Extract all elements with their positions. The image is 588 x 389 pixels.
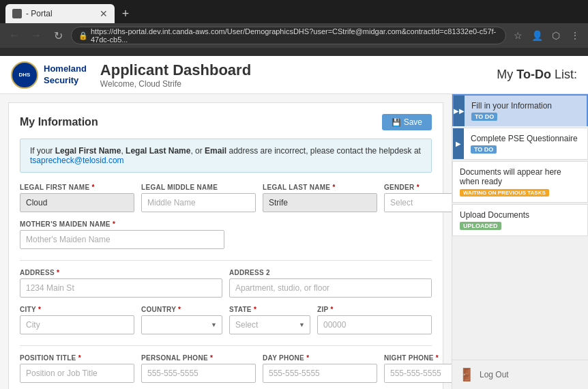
address-input[interactable] [20, 278, 222, 298]
extensions-icon[interactable]: ⬡ [548, 28, 563, 43]
gender-select-wrapper: Select Male Female [384, 193, 452, 212]
night-phone-input[interactable] [384, 364, 452, 383]
logout-button[interactable]: Log Out [480, 370, 509, 379]
dhs-logo: DHS Homeland Security [11, 61, 87, 89]
helpdesk-link[interactable]: tsaprecheck@telosid.com [30, 156, 124, 165]
tab-label: - Portal [26, 9, 53, 18]
todo-item-1-header: ▶ Complete PSE Questionnaire TO DO [453, 128, 587, 159]
address2-input[interactable] [229, 278, 432, 298]
my-information-title: My Information [20, 116, 98, 128]
tab-favicon [12, 9, 22, 18]
form-divider-1 [20, 260, 432, 261]
url-text: https://dhs-portal.dev.int.canda-aws.com… [91, 27, 499, 44]
todo-item-3[interactable]: Upload Documents UPLOADED [452, 204, 588, 236]
form-section-title: My Information 💾 Save [20, 114, 432, 130]
legal-first-name-label: Legal First Name * [20, 184, 134, 191]
todo-item-1-label: Complete PSE Questionnaire [471, 134, 580, 143]
header-title-area: Applicant Dashboard Welcome, Cloud Strif… [100, 61, 251, 89]
todo-item-1-inner: Complete PSE Questionnaire TO DO [464, 128, 587, 159]
active-tab[interactable]: - Portal ✕ [5, 4, 115, 23]
logout-icon: 🚪 [459, 367, 474, 382]
zip-label: Zip * [317, 306, 432, 313]
main-form-panel: My Information 💾 Save If your Legal Firs… [0, 94, 452, 389]
legal-middle-name-input[interactable] [141, 193, 256, 212]
save-button[interactable]: 💾 Save [382, 114, 432, 130]
content-area: My Information 💾 Save If your Legal Firs… [0, 94, 588, 389]
address-label: Address * [20, 269, 222, 276]
welcome-text: Welcome, Cloud Strife [100, 79, 251, 89]
country-label: Country * [141, 306, 222, 313]
country-select[interactable]: United States [141, 315, 222, 334]
bookmark-icon[interactable]: ☆ [510, 28, 525, 43]
mothers-maiden-name-input[interactable] [20, 230, 224, 249]
state-label: State * [229, 306, 310, 313]
todo-item-1-arrow: ▶ [453, 128, 464, 159]
todo-item-2-inner: Documents will appear here when ready WA… [453, 162, 587, 202]
position-title-group: Position Title * [20, 354, 134, 383]
security-lock-icon: 🔒 [78, 31, 88, 40]
tab-close-button[interactable]: ✕ [100, 8, 108, 19]
personal-phone-label: Personal Phone * [141, 354, 256, 362]
legal-last-name-group: Legal Last Name * [263, 184, 377, 212]
night-phone-group: Night Phone * [384, 354, 452, 383]
legal-first-name-input[interactable] [20, 193, 134, 212]
city-label: City * [20, 306, 134, 313]
mothers-maiden-name-group: Mother's Maiden Name * [20, 220, 224, 249]
todo-collapse-arrow[interactable]: ▶▶ [454, 96, 465, 126]
notice-box: If your Legal First Name, Legal Last Nam… [20, 139, 432, 173]
settings-icon[interactable]: ⋮ [568, 28, 583, 43]
city-group: City * [20, 306, 134, 334]
save-label: Save [404, 117, 422, 127]
navigation-bar: ← → ↻ 🔒 https://dhs-portal.dev.int.canda… [0, 23, 588, 48]
active-todo-label: Fill in your Information [471, 101, 580, 111]
back-button[interactable]: ← [5, 27, 23, 44]
country-group: Country * United States [141, 306, 222, 334]
city-input[interactable] [20, 315, 134, 334]
day-phone-input[interactable] [263, 364, 377, 383]
address-bar[interactable]: 🔒 https://dhs-portal.dev.int.canda-aws.c… [71, 27, 506, 44]
header-right: My To-Do List: [497, 68, 577, 82]
todo-item-1-badge: TO DO [471, 145, 497, 154]
tab-bar: - Portal ✕ + [0, 0, 588, 23]
maiden-name-row: Mother's Maiden Name * [20, 220, 432, 249]
notice-text: If your Legal First Name, Legal Last Nam… [30, 146, 421, 165]
todo-item-2-badge: WAITING ON PREVIOUS TASKS [460, 189, 549, 197]
state-select[interactable]: Select [229, 315, 310, 334]
gender-label: Gender * [384, 184, 452, 191]
country-select-wrapper: United States [141, 315, 222, 334]
position-title-input[interactable] [20, 364, 134, 383]
forward-button[interactable]: → [27, 27, 45, 44]
city-state-row: City * Country * United States [20, 306, 432, 334]
personal-phone-input[interactable] [141, 364, 256, 383]
address-row: Address * Address 2 [20, 269, 432, 298]
todo-spacer [452, 236, 588, 360]
name-gender-row: Legal First Name * Legal Middle Name Leg… [20, 184, 432, 212]
legal-middle-name-label: Legal Middle Name [141, 184, 256, 191]
reload-button[interactable]: ↻ [49, 27, 67, 44]
todo-item-3-badge: UPLOADED [460, 222, 501, 230]
logout-area: 🚪 Log Out [452, 360, 588, 389]
legal-last-name-input[interactable] [263, 193, 377, 212]
dhs-seal: DHS [11, 61, 38, 89]
form-divider-2 [20, 345, 432, 346]
night-phone-label: Night Phone * [384, 354, 452, 362]
page-title: Applicant Dashboard [100, 61, 251, 79]
save-icon: 💾 [392, 118, 401, 127]
gender-group: Gender * Select Male Female [384, 184, 452, 212]
profile-icon[interactable]: 👤 [529, 28, 544, 43]
todo-item-2[interactable]: Documents will appear here when ready WA… [452, 161, 588, 203]
todo-item-2-label: Documents will appear here when ready [460, 167, 580, 186]
new-tab-button[interactable]: + [116, 4, 135, 23]
active-todo-item[interactable]: Fill in your Information TO DO [465, 96, 587, 126]
form-inner: My Information 💾 Save If your Legal Firs… [8, 102, 443, 389]
gender-select[interactable]: Select Male Female [384, 193, 452, 212]
nav-action-buttons: ☆ 👤 ⬡ ⋮ [510, 28, 583, 43]
legal-last-name-label: Legal Last Name * [263, 184, 377, 191]
personal-phone-group: Personal Phone * [141, 354, 256, 383]
todo-item-1[interactable]: ▶ Complete PSE Questionnaire TO DO [452, 128, 588, 160]
app-header: DHS Homeland Security Applicant Dashboar… [0, 56, 588, 94]
todo-item-3-inner: Upload Documents UPLOADED [453, 205, 587, 235]
zip-input[interactable] [317, 315, 432, 334]
state-select-wrapper: Select [229, 315, 310, 334]
address2-group: Address 2 [229, 269, 432, 298]
